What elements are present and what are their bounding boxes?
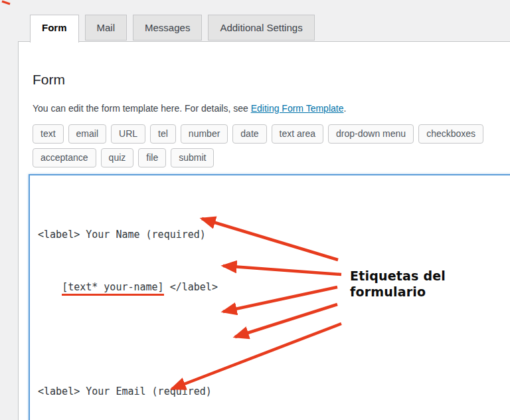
- panel-description: You can edit the form template here. For…: [33, 103, 510, 114]
- tag-generator-button[interactable]: email: [68, 124, 106, 144]
- editor-tab-bar: Form Mail Messages Additional Settings: [30, 15, 510, 43]
- editing-form-template-link[interactable]: Editing Form Template: [251, 103, 344, 114]
- code-text: <label> Your Name (required): [38, 229, 206, 241]
- tab-messages[interactable]: Messages: [133, 15, 202, 41]
- tag-generator-button[interactable]: submit: [171, 148, 214, 167]
- tag-generator-button[interactable]: drop-down menu: [328, 124, 414, 144]
- tag-generator-button[interactable]: file: [138, 148, 166, 167]
- tag-button-row-1: textemailURLtelnumberdatetext areadrop-d…: [33, 124, 510, 144]
- form-tab-panel: Form You can edit the form template here…: [18, 41, 510, 420]
- tag-generator-buttons: textemailURLtelnumberdatetext areadrop-d…: [33, 124, 510, 167]
- code-text: <label> Your Email (required): [38, 385, 212, 397]
- code-text: </label>: [164, 281, 218, 293]
- tag-generator-button[interactable]: checkboxes: [418, 124, 483, 144]
- code-line: [38, 334, 510, 350]
- annotation-label-line2: formulario: [350, 284, 446, 300]
- panel-title: Form: [33, 72, 510, 88]
- tag-generator-button[interactable]: tel: [150, 124, 176, 144]
- tab-additional-settings[interactable]: Additional Settings: [208, 15, 314, 41]
- tab-mail[interactable]: Mail: [85, 15, 128, 41]
- tag-generator-button[interactable]: date: [232, 124, 266, 144]
- tag-button-row-2: acceptancequizfilesubmit: [33, 148, 510, 167]
- tag-generator-button[interactable]: acceptance: [33, 148, 96, 167]
- tag-generator-button[interactable]: quiz: [101, 148, 134, 167]
- annotation-label-line1: Etiquetas del: [350, 268, 446, 284]
- tag-generator-button[interactable]: text: [33, 124, 64, 144]
- code-line: <label> Your Name (required): [38, 229, 510, 245]
- annotation-label: Etiquetas del formulario: [350, 268, 446, 300]
- tag-generator-button[interactable]: text area: [272, 124, 323, 144]
- code-text: [38, 281, 62, 293]
- description-suffix: .: [343, 103, 346, 114]
- tag-generator-button[interactable]: number: [181, 124, 228, 144]
- tab-form[interactable]: Form: [30, 15, 79, 43]
- description-text: You can edit the form template here. For…: [33, 103, 251, 114]
- tag-generator-button[interactable]: URL: [111, 124, 145, 144]
- form-tag-underlined: [text* your-name]: [62, 281, 164, 296]
- code-line: <label> Your Email (required): [38, 385, 510, 402]
